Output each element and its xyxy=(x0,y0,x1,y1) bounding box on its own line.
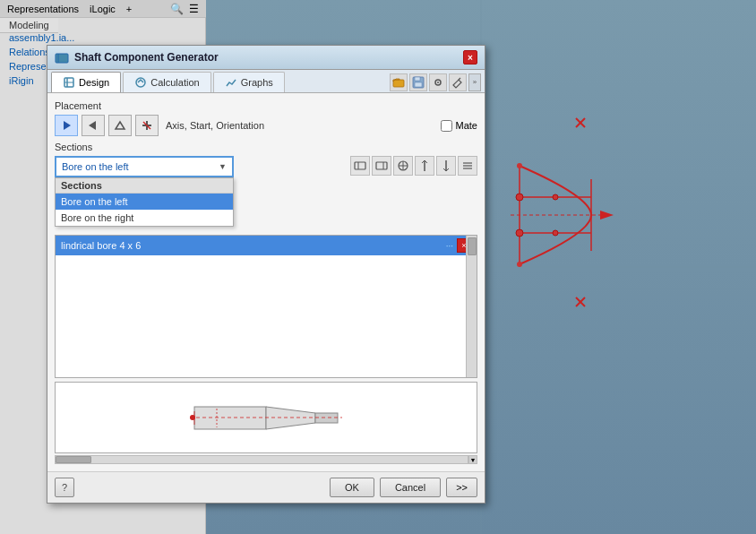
svg-line-37 xyxy=(459,78,460,80)
section-btn-2[interactable] xyxy=(372,156,391,176)
svg-rect-25 xyxy=(56,54,68,63)
toolbar-edit-btn[interactable] xyxy=(449,73,467,91)
dialog-tabs: Design Calculation Graphs xyxy=(47,70,485,93)
bottom-scrollbar[interactable] xyxy=(55,455,468,464)
svg-rect-33 xyxy=(415,77,420,81)
design-tab-icon xyxy=(63,76,75,89)
top-menubar: Representations iLogic + 🔍 ☰ xyxy=(0,0,206,18)
section-btn-5[interactable] xyxy=(436,156,456,176)
tab-design-label: Design xyxy=(79,77,109,88)
help-button[interactable]: ? xyxy=(55,478,74,497)
svg-rect-34 xyxy=(415,82,422,87)
scroll-thumb xyxy=(468,237,477,255)
dropdown-arrow-icon: ▼ xyxy=(219,162,227,171)
tab-calculation-label: Calculation xyxy=(150,77,199,88)
shaft-component-dialog: Shaft Component Generator × Design Calcu… xyxy=(47,45,485,504)
sections-dropdown-value: Bore on the left xyxy=(62,161,129,172)
sections-label: Sections xyxy=(55,142,477,152)
section-btn-4[interactable] xyxy=(415,156,434,176)
sections-dropdown-container: Bore on the left ▼ Sections Bore on the … xyxy=(55,156,343,177)
mate-checkbox[interactable] xyxy=(441,120,452,132)
bottom-scroll-container: ▼ xyxy=(55,455,477,464)
close-button[interactable]: × xyxy=(463,50,477,65)
calculation-tab-icon xyxy=(134,76,147,89)
sections-dropdown-popup: Sections Bore on the left Bore on the ri… xyxy=(55,177,234,227)
ok-button[interactable]: OK xyxy=(330,478,374,497)
svg-rect-31 xyxy=(393,80,404,87)
placement-btn-3[interactable] xyxy=(108,115,132,136)
dialog-body: Placement Axis, Start, Orientation Mate … xyxy=(47,93,485,471)
cancel-button[interactable]: Cancel xyxy=(380,478,441,497)
content-row[interactable]: lindrical bore 4 x 6 ··· × xyxy=(56,236,477,255)
svg-marker-61 xyxy=(266,407,315,429)
svg-point-13 xyxy=(517,163,522,168)
dialog-footer: ? OK Cancel >> xyxy=(47,471,485,503)
toolbar-settings-btn[interactable] xyxy=(429,73,447,91)
tab-graphs-label: Graphs xyxy=(241,77,273,88)
placement-btn-4[interactable] xyxy=(135,115,159,136)
dialog-title: Shaft Component Generator xyxy=(74,51,219,64)
svg-point-36 xyxy=(437,82,439,83)
scroll-corner[interactable]: ▼ xyxy=(468,455,477,464)
menu-add[interactable]: + xyxy=(126,4,132,14)
next-button[interactable]: >> xyxy=(446,478,477,497)
expand-dialog-btn[interactable]: » xyxy=(468,73,481,91)
mate-checkbox-container: Mate xyxy=(441,120,477,132)
svg-rect-44 xyxy=(355,162,365,169)
tab-graphs[interactable]: Graphs xyxy=(213,72,285,92)
placement-row: Axis, Start, Orientation Mate xyxy=(55,115,477,136)
content-scrollbar[interactable] xyxy=(466,236,477,377)
placement-label: Placement xyxy=(55,100,477,111)
search-icon[interactable]: 🔍 xyxy=(170,3,184,15)
mate-label: Mate xyxy=(456,120,477,131)
graphs-tab-icon xyxy=(225,76,237,89)
content-row-text: lindrical bore 4 x 6 xyxy=(61,240,446,251)
svg-rect-60 xyxy=(194,407,266,429)
placement-btn-1[interactable] xyxy=(55,115,78,136)
svg-point-14 xyxy=(517,262,522,267)
dialog-icon xyxy=(55,50,69,65)
bottom-scroll-thumb xyxy=(56,456,91,463)
tab-toolbar xyxy=(390,73,467,91)
section-btn-1[interactable] xyxy=(350,156,370,176)
svg-rect-62 xyxy=(315,413,338,423)
placement-axis-text: Axis, Start, Orientation xyxy=(166,120,264,131)
section-btn-3[interactable] xyxy=(393,156,413,176)
section-toolbar xyxy=(350,156,477,179)
toolbar-save-btn[interactable] xyxy=(409,73,427,91)
preview-svg xyxy=(176,389,356,447)
svg-marker-40 xyxy=(116,122,125,129)
content-row-options-btn[interactable]: ··· xyxy=(446,241,453,251)
tab-design[interactable]: Design xyxy=(51,72,121,92)
svg-point-11 xyxy=(553,194,558,200)
tab-calculation[interactable]: Calculation xyxy=(123,72,210,92)
menu-icon[interactable]: ☰ xyxy=(189,3,199,15)
svg-rect-46 xyxy=(376,162,387,169)
menu-representations[interactable]: Representations xyxy=(7,4,79,14)
content-table: lindrical bore 4 x 6 ··· × xyxy=(55,235,477,378)
svg-marker-38 xyxy=(64,121,71,130)
svg-point-9 xyxy=(516,194,523,201)
dropdown-header: Sections xyxy=(56,178,233,194)
dropdown-item-bore-right[interactable]: Bore on the right xyxy=(56,210,233,226)
sections-left: Bore on the left ▼ Sections Bore on the … xyxy=(55,156,343,179)
dialog-titlebar: Shaft Component Generator × xyxy=(47,46,485,70)
menu-ilogic[interactable]: iLogic xyxy=(90,4,116,14)
toolbar-open-btn[interactable] xyxy=(390,73,408,91)
section-btn-list[interactable] xyxy=(458,156,477,176)
svg-point-10 xyxy=(516,229,523,237)
modeling-tab[interactable]: Modeling xyxy=(0,18,58,33)
dropdown-item-bore-left[interactable]: Bore on the left xyxy=(56,194,233,210)
sections-container: Bore on the left ▼ Sections Bore on the … xyxy=(55,156,477,179)
sections-dropdown[interactable]: Bore on the left ▼ xyxy=(55,156,234,177)
svg-marker-39 xyxy=(89,121,96,130)
placement-btn-2[interactable] xyxy=(82,115,105,136)
footer-left: ? xyxy=(55,478,74,497)
preview-area xyxy=(55,382,477,453)
svg-point-12 xyxy=(553,230,558,236)
